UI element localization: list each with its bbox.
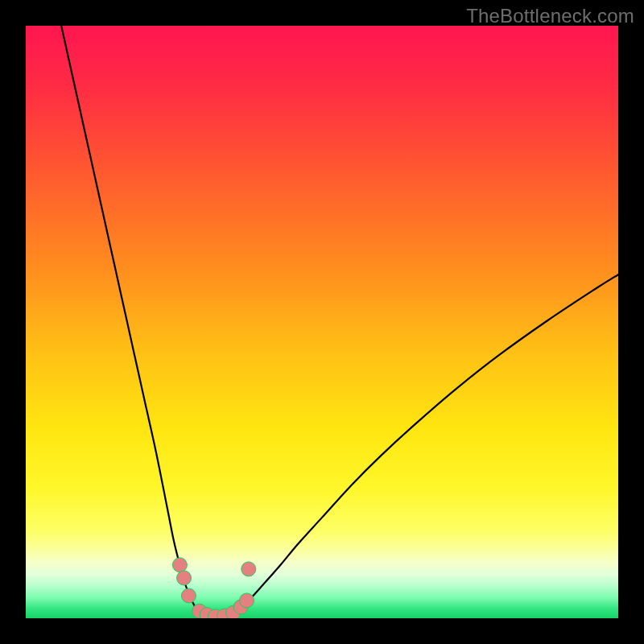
watermark-text: TheBottleneck.com bbox=[466, 5, 634, 27]
data-marker bbox=[242, 562, 256, 576]
data-marker bbox=[240, 593, 254, 608]
curve-markers bbox=[172, 558, 255, 618]
plot-area bbox=[26, 26, 618, 618]
bottleneck-curve bbox=[61, 26, 618, 617]
outer-frame: TheBottleneck.com bbox=[0, 0, 644, 644]
chart-svg bbox=[26, 26, 618, 618]
data-marker bbox=[177, 571, 192, 585]
data-marker bbox=[181, 588, 196, 603]
data-marker bbox=[172, 558, 187, 572]
